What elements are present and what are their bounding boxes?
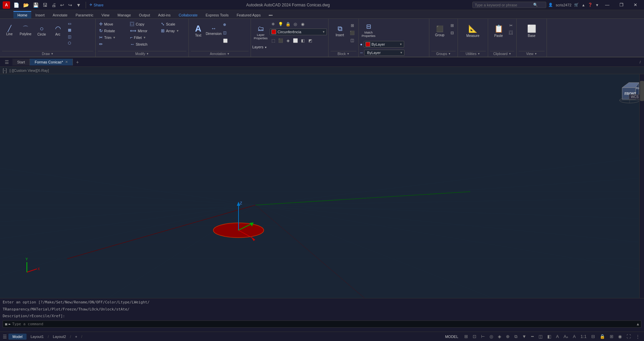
layers-expand-icon[interactable]: ▼ — [264, 46, 267, 49]
tab-output[interactable]: Output — [135, 11, 154, 18]
anno-icon2[interactable]: ◫ — [222, 30, 249, 36]
tab-featured[interactable]: Featured Apps — [232, 11, 265, 18]
groups-group-label[interactable]: Groups ▼ — [431, 51, 456, 57]
tab-collaborate[interactable]: Collaborate — [175, 11, 202, 18]
insert-button[interactable]: ⧉ Insert — [332, 21, 348, 41]
search-icon[interactable]: 🔍 — [533, 3, 538, 7]
undo-icon[interactable]: ↩ — [59, 2, 66, 8]
arc-button[interactable]: ◠ Arc — [50, 21, 65, 41]
paste-button[interactable]: 📋 Paste — [490, 21, 507, 41]
layer-iso-icon[interactable]: ◎ — [292, 21, 299, 28]
layout2-tab[interactable]: Layout2 — [49, 334, 70, 340]
tab-annotate[interactable]: Annotate — [49, 11, 72, 18]
dimension-button[interactable]: ↔ Dimension — [206, 21, 221, 41]
anno-icon1[interactable]: ⊕ — [222, 22, 249, 28]
group-icon1[interactable]: ⊞ — [449, 22, 456, 29]
cmd-scroll-up[interactable]: ▲ — [637, 322, 639, 326]
array-button[interactable]: ⊞ Array ▼ — [160, 28, 186, 34]
view-group-label[interactable]: View ▼ — [519, 51, 545, 57]
viewport-scrollbar[interactable] — [639, 74, 644, 298]
scroll-thumb[interactable] — [640, 81, 644, 101]
tab-insert[interactable]: Insert — [31, 11, 49, 18]
insert-group-label[interactable]: Block ▼ — [331, 51, 356, 57]
tab-addins[interactable]: Add-ins — [154, 11, 175, 18]
dropdown-icon[interactable]: ▼ — [595, 3, 599, 7]
gradient-button[interactable]: ◫ — [67, 34, 93, 40]
trans-icon[interactable]: ◫ — [537, 333, 544, 340]
tab-close-icon[interactable]: ✕ — [65, 60, 68, 64]
measure-button[interactable]: 📐 Measure — [463, 21, 483, 41]
tab-view[interactable]: View — [97, 11, 114, 18]
block-expand-icon[interactable]: ▼ — [347, 52, 349, 55]
match-properties-button[interactable]: ⊟ MatchProperties — [360, 20, 377, 40]
layer-lock-icon[interactable]: 🔒 — [285, 21, 291, 28]
view-expand-icon[interactable]: ▼ — [534, 52, 537, 55]
start-tab[interactable]: Start — [12, 59, 30, 65]
circle-button[interactable]: ○ Circle — [34, 21, 49, 41]
save-as-icon[interactable]: 🖫 — [41, 2, 49, 8]
sel-icon[interactable]: ◧ — [546, 333, 553, 340]
fillet-button[interactable]: ⌐ Fillet ▼ — [129, 34, 159, 41]
minimize-button[interactable]: — — [601, 0, 613, 10]
anno3-icon[interactable]: A — [571, 333, 577, 340]
color-dropdown[interactable]: ByLayer ▼ — [364, 41, 404, 48]
rotate-button[interactable]: ↻ Rotate — [98, 28, 128, 34]
layer-freeze-icon[interactable]: ❄ — [270, 21, 276, 28]
snap-icon[interactable]: ⊡ — [471, 333, 478, 340]
utilities-group-label[interactable]: Utilities ▼ — [460, 51, 486, 57]
anno-icon[interactable]: A — [555, 333, 560, 340]
trim-button[interactable]: ✂ Trim ▼ — [98, 34, 128, 41]
help-icon[interactable]: ❓ — [588, 3, 593, 7]
ucs-icon[interactable]: ⧉ — [513, 333, 519, 340]
add-layout-button[interactable]: + — [71, 334, 81, 340]
polyline-button[interactable]: ⌒ Polyline — [18, 21, 33, 41]
layer-dropdown[interactable]: Circunferência ▼ — [270, 29, 327, 35]
isnap-icon[interactable]: ◈ — [497, 333, 503, 340]
ortho-icon[interactable]: ⊢ — [480, 333, 486, 340]
open-icon[interactable]: 📂 — [22, 2, 30, 8]
iso-icon[interactable]: ◉ — [617, 333, 623, 340]
clip-icon2[interactable]: ⿴ — [508, 30, 514, 36]
otrack-icon[interactable]: ⊕ — [505, 333, 511, 340]
group-icon2[interactable]: ⊟ — [449, 30, 456, 36]
mirror-button[interactable]: ⟺ Mirror — [129, 28, 159, 34]
add-tab-button[interactable]: + — [73, 58, 82, 66]
boundary-button[interactable]: ⬡ — [67, 40, 93, 46]
hamburger-status-icon[interactable]: ☰ — [3, 334, 8, 339]
layer-unisolate-icon[interactable]: ◉ — [299, 21, 306, 28]
lock-icon[interactable]: 🔒 — [598, 333, 606, 340]
pencil-button[interactable]: ✏ — [98, 41, 128, 47]
layer-icon2[interactable]: ⬛ — [277, 37, 284, 44]
share-button[interactable]: Share — [94, 3, 103, 7]
search-box[interactable]: 🔍 — [472, 2, 546, 8]
tab-express[interactable]: Express Tools — [202, 11, 232, 18]
base-button[interactable]: ⬜ Base — [522, 21, 542, 41]
tab-parametric[interactable]: Parametric — [72, 11, 97, 18]
layer-icon5[interactable]: ◧ — [299, 37, 306, 44]
lw-icon[interactable]: ━ — [530, 333, 535, 340]
close-button[interactable]: ✕ — [630, 0, 641, 10]
hatch-button[interactable]: ▦ — [67, 27, 93, 33]
layer-icon3[interactable]: ◈ — [285, 37, 291, 44]
cmd-input[interactable] — [12, 322, 635, 326]
clip-icon1[interactable]: ✂ — [508, 22, 514, 29]
grid-icon[interactable]: ⊞ — [463, 333, 469, 340]
search-input[interactable] — [475, 3, 532, 7]
viewport-menu-icon[interactable]: [-] — [3, 68, 7, 73]
model-tab[interactable]: Model — [8, 334, 27, 340]
layer-icon1[interactable]: ⬚ — [270, 37, 276, 44]
print-icon[interactable]: 🖨 — [50, 2, 57, 8]
cart-icon[interactable]: 🛒 — [574, 3, 579, 7]
clipboard-group-label[interactable]: Clipboard ▼ — [490, 51, 514, 57]
tab-home[interactable]: Home — [13, 11, 31, 18]
viewport-container[interactable]: Z X Y FRONT RIGHT — [0, 74, 644, 298]
linetype-dropdown[interactable]: ByLayer ▼ — [364, 50, 404, 56]
utilities-expand-icon[interactable]: ▼ — [477, 52, 480, 55]
copy-button[interactable]: ⿴ Copy — [129, 21, 159, 27]
save-icon[interactable]: 💾 — [32, 2, 40, 8]
annotation-group-label[interactable]: Annotation ▼ — [191, 51, 249, 57]
layer-icon4[interactable]: ⬜ — [292, 37, 299, 44]
redo-icon[interactable]: ↪ — [67, 2, 74, 8]
anno2-icon[interactable]: Aₐ — [562, 333, 570, 340]
draw-expand-icon[interactable]: ▼ — [51, 52, 53, 55]
